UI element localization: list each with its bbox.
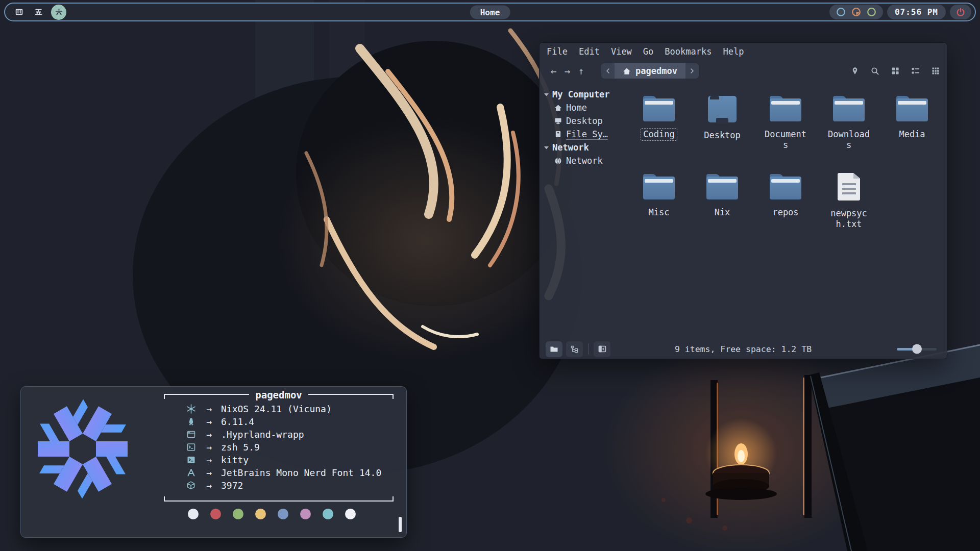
list-view-icon[interactable]	[911, 67, 920, 75]
arrow-icon	[198, 429, 221, 440]
menu-edit[interactable]: Edit	[579, 46, 600, 57]
folder-icon	[770, 96, 801, 121]
text-file-icon	[838, 173, 860, 201]
power-button[interactable]	[950, 5, 971, 19]
file-label: Nix	[712, 206, 733, 219]
file-manager-body: My Computer Home Desktop File Sy…	[540, 82, 947, 339]
nixos-logo	[29, 395, 136, 503]
location-pin-icon[interactable]	[851, 67, 859, 76]
fetch-value: 3972	[221, 480, 243, 491]
sidebar-item-home[interactable]: Home	[540, 101, 624, 114]
toolbar: ← → ↑ pagedmov	[540, 60, 947, 82]
sidebar-item-label: Home	[566, 103, 587, 113]
fetch-value: JetBrains Mono Nerd Font 14.0	[221, 467, 381, 478]
file-item-documents[interactable]: Documents	[754, 96, 817, 174]
clock[interactable]: 07:56 PM	[887, 5, 946, 19]
sidebar-section-label: Network	[552, 142, 589, 153]
menu-go[interactable]: Go	[643, 46, 653, 57]
sidebar-item-network[interactable]: Network	[540, 154, 624, 167]
file-item-desktop[interactable]: Desktop	[691, 96, 754, 174]
side-pane-toggle[interactable]	[594, 341, 610, 357]
sidebar-section-network[interactable]: Network	[540, 141, 624, 154]
palette-dot	[233, 509, 243, 519]
orange-pie-icon[interactable]	[851, 7, 862, 17]
file-item-downloads[interactable]: Downloads	[817, 96, 880, 174]
side-pane-icon	[598, 345, 606, 353]
power-icon	[956, 8, 965, 17]
file-item-newpsych-txt[interactable]: newpsych.txt	[817, 174, 880, 252]
fetch-frame-bottom	[164, 495, 394, 502]
icon-view-icon[interactable]	[891, 67, 899, 75]
system-tray[interactable]	[829, 5, 883, 19]
sidebar-item-label: Network	[566, 156, 603, 166]
fetch-row-kernel: 6.11.4	[164, 415, 394, 428]
arrow-icon	[198, 455, 221, 465]
search-icon[interactable]	[871, 67, 879, 76]
fetch-row-font: JetBrains Mono Nerd Font 14.0	[164, 466, 394, 479]
status-summary: 9 items, Free space: 1.2 TB	[675, 344, 812, 354]
back-button[interactable]: ←	[547, 64, 560, 78]
menu-bookmarks[interactable]: Bookmarks	[665, 46, 712, 57]
sidebar-item-label: Desktop	[566, 116, 603, 126]
window-manager-icon	[186, 430, 196, 439]
path-scroll-right[interactable]	[685, 63, 699, 79]
arrow-icon	[198, 404, 221, 414]
sidebar: My Computer Home Desktop File Sy…	[540, 82, 624, 339]
file-item-coding[interactable]: Coding	[627, 96, 691, 174]
package-cube-icon	[186, 481, 195, 490]
topbar-right: 07:56 PM	[829, 5, 971, 19]
toolbar-view-icons	[851, 67, 940, 76]
fetch-value: .Hyprland-wrapp	[221, 429, 304, 440]
green-circle-icon[interactable]	[866, 7, 877, 17]
palette-dot	[323, 509, 333, 519]
menu-file[interactable]: File	[547, 46, 568, 57]
arrow-icon	[198, 480, 221, 491]
folder-pane-icon	[550, 345, 558, 353]
teal-circle-icon[interactable]	[836, 7, 846, 17]
up-button[interactable]: ↑	[574, 64, 588, 78]
arrow-icon	[198, 467, 221, 478]
fetch-row-terminal: kitty	[164, 454, 394, 466]
terminal-icon	[186, 455, 196, 465]
terminal-color-palette	[188, 509, 356, 519]
sidebar-item-filesystem[interactable]: File Sy…	[540, 128, 624, 141]
directory-tree-icon	[571, 345, 578, 353]
workspace-5[interactable]	[32, 6, 45, 19]
home-icon	[623, 67, 631, 75]
home-icon	[554, 104, 562, 111]
forward-arrow-icon: →	[565, 65, 570, 77]
menu-help[interactable]: Help	[723, 46, 744, 57]
file-item-repos[interactable]: repos	[754, 174, 817, 252]
expander-triangle-icon	[544, 146, 549, 149]
tree-pane-toggle[interactable]	[566, 341, 583, 357]
sidebar-item-desktop[interactable]: Desktop	[540, 114, 624, 128]
active-window-title[interactable]: Home	[470, 5, 510, 19]
sidebar-section-my-computer[interactable]: My Computer	[540, 88, 624, 101]
sidebar-item-label: File Sy…	[566, 129, 608, 140]
file-item-media[interactable]: Media	[880, 96, 944, 174]
folder-icon	[896, 96, 928, 121]
places-pane-toggle[interactable]	[546, 341, 562, 357]
file-grid: Coding Desktop Documents Downloads Media…	[624, 82, 947, 339]
terminal-scrollbar[interactable]	[399, 517, 402, 532]
file-item-nix[interactable]: Nix	[691, 174, 754, 252]
menu-view[interactable]: View	[611, 46, 632, 57]
palette-dot	[345, 509, 356, 519]
forward-button[interactable]: →	[560, 64, 574, 78]
fetch-value: kitty	[221, 455, 249, 465]
palette-dot	[278, 509, 288, 519]
zoom-slider[interactable]	[897, 348, 937, 350]
fetch-value: 6.11.4	[221, 416, 254, 427]
path-scroll-left[interactable]	[601, 63, 615, 79]
file-item-misc[interactable]: Misc	[627, 174, 691, 252]
arrow-icon	[198, 442, 221, 453]
workspace-6-active[interactable]	[51, 5, 66, 20]
fetch-value: NixOS 24.11 (Vicuna)	[221, 404, 332, 414]
terminal-window: pagedmov NixOS 24.11 (Vicuna) 6.11.4	[20, 386, 407, 538]
compact-view-icon[interactable]	[932, 67, 940, 75]
path-segment-home[interactable]: pagedmov	[615, 63, 685, 79]
zoom-slider-handle[interactable]	[912, 344, 922, 354]
file-label: Media	[896, 128, 927, 141]
workspace-4[interactable]	[12, 6, 26, 19]
cjk-six-glyph	[55, 8, 63, 16]
